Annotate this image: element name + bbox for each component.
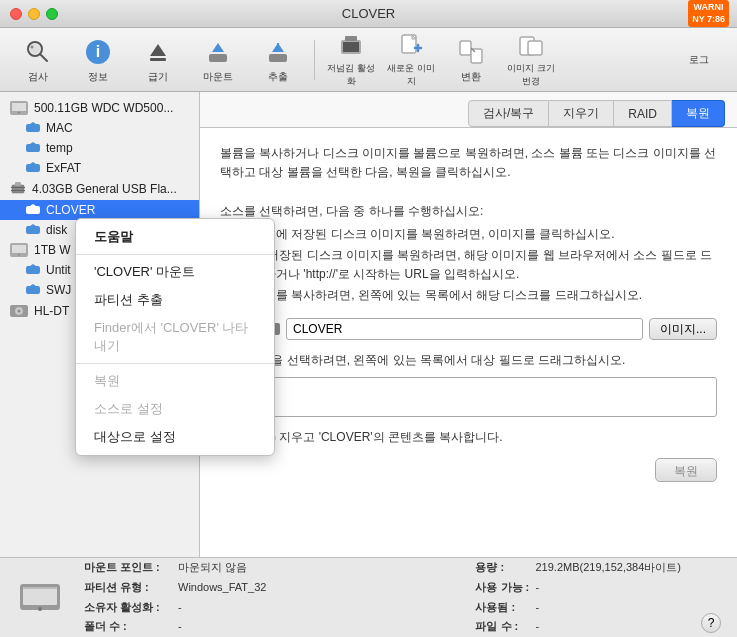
svg-marker-33 xyxy=(30,162,36,164)
image-button[interactable]: 이미지... xyxy=(649,318,717,340)
used-label: 사용됨 : xyxy=(475,598,531,618)
sidebar-item-mac-label: MAC xyxy=(46,121,73,135)
toolbar-search[interactable]: 검사 xyxy=(10,32,66,88)
toolbar-convert-label: 변환 xyxy=(461,70,481,84)
svg-rect-21 xyxy=(471,49,482,63)
svg-rect-28 xyxy=(26,124,40,132)
restore-bullets: 디스크에 저장된 디스크 이미지를 복원하려면, 이미지를 클릭하십시오. 웹에… xyxy=(240,225,717,306)
capacity-value: 219.2MB(219,152,384바이트) xyxy=(535,558,681,578)
tab-raid[interactable]: RAID xyxy=(614,100,672,127)
file-count-row: 파일 수 : - xyxy=(475,617,681,637)
volume-selected-icon xyxy=(26,204,40,216)
ctx-item-help[interactable]: 도움말 xyxy=(76,223,274,251)
sidebar-item-usb-label: 4.03GB General USB Fla... xyxy=(32,182,177,196)
volume-icon xyxy=(26,122,40,134)
optical-icon xyxy=(10,303,28,319)
titlebar: CLOVER WARNI NY 7:86 xyxy=(0,0,737,28)
ctx-item-set-dest[interactable]: 대상으로 설정 xyxy=(76,423,274,451)
svg-rect-35 xyxy=(15,182,21,186)
toolbar-mount-label: 마운트 xyxy=(203,70,233,84)
svg-rect-40 xyxy=(26,226,40,234)
partition-type-row: 파티션 유형 : Windows_FAT_32 xyxy=(84,578,455,598)
sidebar-item-usb[interactable]: 4.03GB General USB Fla... xyxy=(0,178,199,200)
toolbar-convert[interactable]: 변환 xyxy=(443,32,499,88)
restore-bullet-1: 디스크에 저장된 디스크 이미지를 복원하려면, 이미지를 클릭하십시오. xyxy=(240,225,717,244)
ctx-item-mount[interactable]: 'CLOVER' 마운트 xyxy=(76,258,274,286)
toolbar-mount[interactable]: 마운트 xyxy=(190,32,246,88)
eject-icon xyxy=(142,36,174,68)
restore-bullet-2: 웹에 저장된 디스크 이미지를 복원하려면, 해당 이미지를 웹 브라우저에서 … xyxy=(240,246,717,284)
owner-value: - xyxy=(178,598,182,618)
restore-action-button[interactable]: 복원 xyxy=(655,458,717,482)
warning-badge: WARNI NY 7:86 xyxy=(688,0,729,27)
toolbar: 검사 i 정보 급기 마운트 xyxy=(0,28,737,92)
svg-rect-38 xyxy=(26,206,40,214)
sidebar-item-exfat-label: ExFAT xyxy=(46,161,81,175)
toolbar-new-image[interactable]: 새로운 이미지 xyxy=(383,32,439,88)
sidebar-item-exfat[interactable]: ExFAT xyxy=(0,158,199,178)
svg-rect-43 xyxy=(12,245,26,253)
toolbar-activate[interactable]: 저넘김 활성화 xyxy=(323,32,379,88)
svg-rect-15 xyxy=(345,36,357,41)
sidebar-item-hldvd-label: HL-DT xyxy=(34,304,69,318)
svg-rect-34 xyxy=(12,185,24,193)
svg-rect-37 xyxy=(11,190,25,191)
resize-icon xyxy=(515,32,547,60)
svg-rect-8 xyxy=(209,54,227,62)
svg-rect-32 xyxy=(26,164,40,172)
help-button[interactable]: ? xyxy=(701,613,721,633)
svg-marker-31 xyxy=(30,142,36,144)
toolbar-info[interactable]: i 정보 xyxy=(70,32,126,88)
toolbar-eject[interactable]: 급기 xyxy=(130,32,186,88)
new-image-icon xyxy=(395,32,427,60)
sidebar-item-clover[interactable]: CLOVER xyxy=(0,200,199,220)
svg-line-2 xyxy=(40,54,47,61)
statusbar-right-info: 용량 : 219.2MB(219,152,384바이트) 사용 가능 : - 사… xyxy=(475,558,681,637)
used-value: - xyxy=(535,598,539,618)
capacity-label: 용량 : xyxy=(475,558,531,578)
restore-bullet-3: 디스크를 복사하려면, 왼쪽에 있는 목록에서 해당 디스크를 드래그하십시오. xyxy=(240,286,717,305)
used-row: 사용됨 : - xyxy=(475,598,681,618)
sidebar-item-disk1[interactable]: 500.11GB WDC WD500... xyxy=(0,98,199,118)
partition-type-label: 파티션 유형 : xyxy=(84,578,174,598)
info-icon: i xyxy=(82,36,114,68)
sidebar-item-temp[interactable]: temp xyxy=(0,138,199,158)
available-row: 사용 가능 : - xyxy=(475,578,681,598)
svg-point-1 xyxy=(30,44,40,54)
content-panel: 검사/복구 지우기 RAID 복원 볼륨을 복사하거나 디스크 이미지를 볼륨으… xyxy=(200,92,737,557)
ctx-item-partition-extract[interactable]: 파티션 추출 xyxy=(76,286,274,314)
sidebar-item-untitled-label: Untit xyxy=(46,263,71,277)
svg-point-27 xyxy=(18,112,20,114)
svg-marker-46 xyxy=(30,264,36,266)
restore-description: 볼륨을 복사하거나 디스크 이미지를 볼륨으로 복원하려면, 소스 볼륨 또는 … xyxy=(220,144,717,306)
tabs-bar: 검사/복구 지우기 RAID 복원 xyxy=(200,92,737,128)
volume-icon xyxy=(26,162,40,174)
toolbar-log[interactable]: 로그 xyxy=(671,32,727,88)
maximize-button[interactable] xyxy=(46,8,58,20)
source-input[interactable] xyxy=(286,318,643,340)
toolbar-log-label: 로그 xyxy=(689,53,709,67)
search-icon xyxy=(22,36,54,68)
svg-rect-54 xyxy=(23,587,57,589)
svg-rect-14 xyxy=(343,42,359,52)
toolbar-search-label: 검사 xyxy=(28,70,48,84)
svg-marker-41 xyxy=(30,224,36,226)
capacity-row: 용량 : 219.2MB(219,152,384바이트) xyxy=(475,558,681,578)
sidebar-item-mac[interactable]: MAC xyxy=(0,118,199,138)
tab-restore[interactable]: 복원 xyxy=(672,100,725,127)
available-label: 사용 가능 : xyxy=(475,578,531,598)
window-title: CLOVER xyxy=(342,6,395,21)
tab-check[interactable]: 검사/복구 xyxy=(468,100,549,127)
minimize-button[interactable] xyxy=(28,8,40,20)
close-button[interactable] xyxy=(10,8,22,20)
tab-erase[interactable]: 지우기 xyxy=(549,100,614,127)
dest-input[interactable] xyxy=(264,377,717,417)
ctx-item-finder-show: Finder에서 'CLOVER' 나타내기 xyxy=(76,314,274,360)
ctx-item-restore: 복원 xyxy=(76,367,274,395)
toolbar-eject-label: 급기 xyxy=(148,70,168,84)
toolbar-extract[interactable]: 추출 xyxy=(250,32,306,88)
restore-button-row: 복원 xyxy=(220,458,717,482)
toolbar-info-label: 정보 xyxy=(88,70,108,84)
toolbar-resize[interactable]: 이미지 크기 번경 xyxy=(503,32,559,88)
source-field-row: 소: 이미지... xyxy=(220,318,717,340)
